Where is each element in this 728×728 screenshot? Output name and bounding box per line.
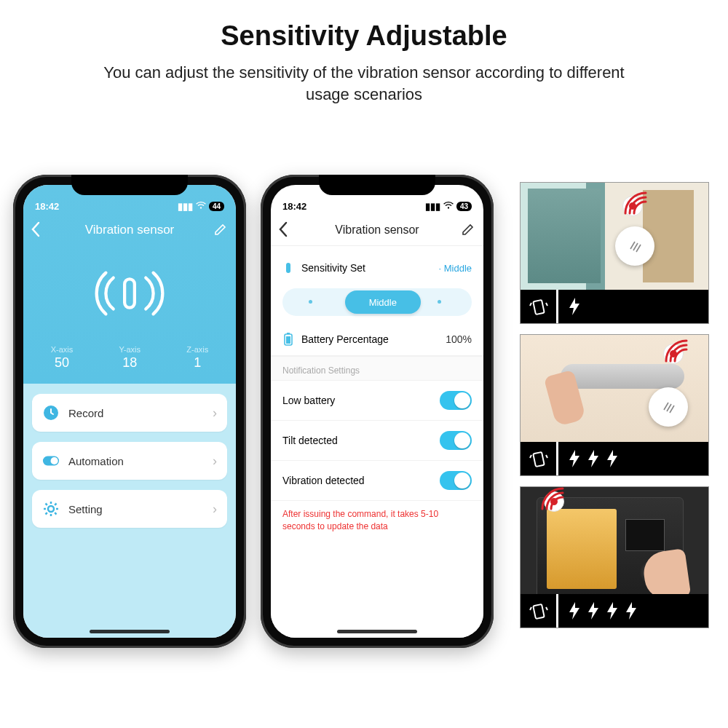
- home-indicator: [337, 630, 417, 633]
- svg-rect-1: [124, 279, 135, 307]
- toggle-tilt[interactable]: [440, 431, 472, 450]
- vibrate-icon: [521, 442, 558, 475]
- sensor-device-icon: [649, 387, 688, 427]
- back-button[interactable]: [31, 221, 41, 242]
- svg-line-12: [55, 504, 56, 505]
- svg-line-33: [546, 607, 547, 610]
- wifi-icon: [443, 201, 454, 212]
- svg-line-30: [546, 455, 547, 458]
- signal-icon: ▮▮▮: [178, 201, 193, 212]
- svg-rect-28: [533, 452, 544, 467]
- scenario-tiles: [520, 182, 709, 628]
- screen-title: Vibration sensor: [85, 223, 175, 237]
- svg-line-27: [670, 405, 674, 413]
- svg-line-11: [55, 513, 56, 514]
- svg-line-32: [530, 607, 531, 610]
- axes-readout: X-axis50 Y-axis18 Z-axis1: [23, 341, 236, 384]
- status-time: 18:42: [282, 201, 306, 212]
- menu-item-record[interactable]: Record ›: [32, 394, 227, 432]
- tilt-label: Tilt detected: [282, 435, 338, 446]
- gear-icon: [42, 500, 60, 518]
- status-time: 18:42: [35, 201, 59, 212]
- wifi-icon: [196, 201, 206, 212]
- row-sensitivity-set[interactable]: Sensitivity Set · Middle: [271, 252, 483, 284]
- svg-point-5: [48, 506, 54, 512]
- bolt-icon: [606, 450, 618, 467]
- row-vibration-detected: Vibration detected: [271, 461, 483, 501]
- update-warning-text: After issuing the command, it takes 5-10…: [271, 501, 483, 540]
- battery-pill: 43: [456, 202, 472, 211]
- seg-dot-high: [438, 300, 441, 304]
- sensitivity-level-1: [558, 298, 708, 315]
- axis-x-label: X-axis: [51, 345, 74, 354]
- battery-icon: [282, 333, 294, 345]
- battery-value: 100%: [446, 333, 472, 345]
- page-headline: Sensitivity Adjustable: [0, 20, 728, 52]
- svg-line-24: [546, 303, 547, 306]
- toggle-low-battery[interactable]: [440, 391, 472, 410]
- seg-dot-low: [309, 300, 312, 304]
- phone-settings-view: 18:42 ▮▮▮ 43 Vibration sensor: [261, 175, 494, 648]
- chevron-right-icon: ›: [213, 502, 217, 517]
- axis-z-value: 1: [186, 355, 208, 371]
- axis-x-value: 50: [51, 355, 74, 371]
- phone-main-view: 18:42 ▮▮▮ 44 Vibration s: [13, 175, 246, 648]
- sensitivity-value: · Middle: [438, 263, 472, 274]
- phone-notch: [71, 175, 188, 195]
- sensor-device-icon: [615, 226, 654, 266]
- bolt-icon: [587, 602, 599, 620]
- axis-z-label: Z-axis: [186, 345, 208, 354]
- clock-icon: [42, 404, 60, 422]
- page-subhead: You can adjust the sensitivity of the vi…: [80, 62, 648, 105]
- axis-y-value: 18: [119, 355, 141, 371]
- screen-title: Vibration sensor: [335, 223, 419, 237]
- bolt-icon: [569, 602, 580, 620]
- menu-item-automation[interactable]: Automation ›: [32, 442, 227, 480]
- bolt-icon: [606, 602, 618, 620]
- svg-point-0: [200, 207, 202, 208]
- home-indicator: [90, 630, 170, 633]
- seg-selected[interactable]: Middle: [345, 290, 421, 314]
- phone-notch: [319, 175, 435, 195]
- chevron-right-icon: ›: [213, 405, 217, 421]
- svg-line-29: [530, 455, 531, 458]
- svg-point-4: [51, 457, 58, 464]
- svg-line-21: [636, 245, 641, 252]
- signal-arc-icon: [538, 486, 567, 513]
- svg-point-14: [448, 207, 449, 208]
- vibrate-icon: [521, 594, 558, 628]
- scenario-safe: [520, 486, 709, 628]
- back-button[interactable]: [278, 221, 288, 242]
- toggle-vibration[interactable]: [440, 471, 472, 490]
- sensitivity-icon: [282, 262, 294, 274]
- svg-line-20: [633, 243, 638, 250]
- signal-arc-icon: [662, 336, 691, 365]
- setting-label: Setting: [68, 503, 103, 515]
- bolt-icon: [625, 602, 637, 620]
- section-notification-settings: Notification Settings: [271, 356, 483, 381]
- record-label: Record: [68, 407, 103, 419]
- battery-pill: 44: [209, 202, 224, 211]
- svg-line-26: [667, 404, 671, 411]
- scenario-door: [520, 334, 709, 476]
- sensitivity-label: Sensitivity Set: [301, 262, 365, 274]
- vibration-sensor-icon: [23, 246, 236, 341]
- svg-line-19: [630, 242, 635, 249]
- sensitivity-segmented-control[interactable]: Middle: [282, 288, 472, 316]
- svg-line-25: [664, 403, 668, 410]
- automation-label: Automation: [68, 455, 124, 467]
- edit-icon[interactable]: [214, 223, 227, 239]
- signal-arc-icon: [621, 189, 650, 218]
- sensitivity-level-3: [558, 450, 708, 467]
- menu-item-setting[interactable]: Setting ›: [32, 490, 227, 528]
- svg-rect-15: [286, 263, 290, 273]
- svg-rect-31: [533, 604, 544, 619]
- edit-icon[interactable]: [462, 223, 475, 239]
- svg-rect-17: [287, 333, 290, 334]
- low-battery-label: Low battery: [282, 395, 335, 406]
- row-battery: Battery Percentage 100%: [271, 323, 483, 356]
- chevron-right-icon: ›: [213, 454, 217, 469]
- sensitivity-level-4: [558, 602, 708, 620]
- toggle-icon: [42, 452, 60, 470]
- signal-icon: ▮▮▮: [425, 201, 440, 212]
